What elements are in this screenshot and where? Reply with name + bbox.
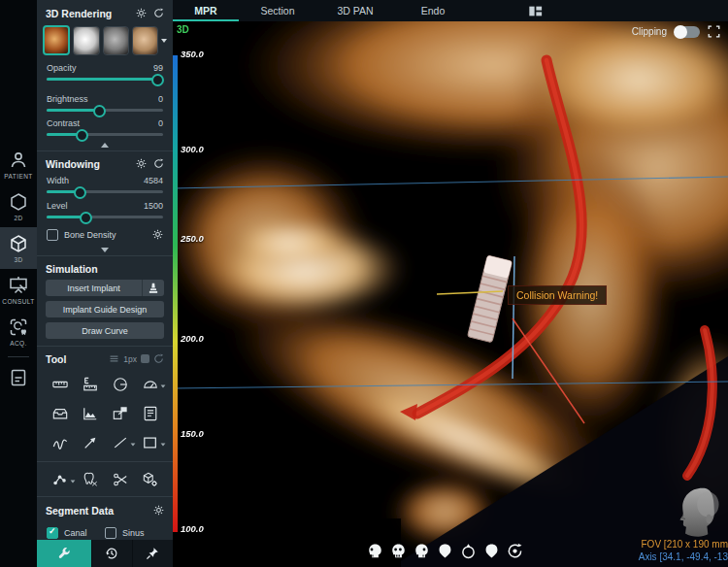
- brightness-slider[interactable]: [47, 109, 163, 112]
- scale-tick-label: 200.0: [181, 333, 204, 344]
- scale-tick-label: 150.0: [181, 428, 204, 439]
- sidebar-item-label: 2D: [14, 215, 22, 221]
- scissors-icon: [113, 472, 128, 487]
- view-reset-rotation-button[interactable]: [507, 543, 523, 559]
- sidebar-item-patient[interactable]: PATIENT: [0, 144, 37, 185]
- implant-picker-button[interactable]: [142, 280, 164, 296]
- segment-section-header: Segment Data: [37, 503, 173, 517]
- rendering-settings-gear-icon[interactable]: [136, 8, 147, 18]
- head-bottom-icon: [483, 543, 500, 559]
- window-level-slider[interactable]: [47, 216, 163, 218]
- bone-density-gear-icon[interactable]: [152, 229, 163, 240]
- fullscreen-button[interactable]: [708, 25, 720, 38]
- tool-angle-button[interactable]: [135, 375, 165, 393]
- sidebar-item-acq[interactable]: ACQ.: [0, 311, 37, 352]
- brightness-row: Brightness 0: [37, 93, 173, 104]
- tool-line-button[interactable]: [105, 433, 135, 451]
- brightness-label: Brightness: [47, 94, 88, 104]
- caret-down-icon: [101, 248, 109, 252]
- tool-rectangle-button[interactable]: [135, 433, 165, 451]
- tab-mpr[interactable]: MPR: [173, 0, 239, 21]
- rotate-reset-icon: [507, 543, 523, 559]
- layout-grid-icon: [528, 4, 543, 18]
- windowing-reset-icon[interactable]: [153, 158, 164, 169]
- segment-settings-gear-icon[interactable]: [153, 505, 164, 516]
- implant-icon: [148, 283, 159, 294]
- view-inferior-button[interactable]: [483, 543, 500, 559]
- tool-tooth-segmentation-button[interactable]: [75, 470, 105, 488]
- line-style-icon[interactable]: [109, 353, 119, 364]
- render-preset-gray[interactable]: [103, 26, 129, 55]
- tool-profile-button[interactable]: [75, 404, 105, 422]
- skull-volume-rendering: [173, 21, 728, 567]
- draw-curve-button[interactable]: Draw Curve: [46, 322, 164, 339]
- view-superior-button[interactable]: [460, 543, 477, 559]
- pin-panel-button[interactable]: [132, 540, 173, 567]
- sinus-checkbox[interactable]: Sinus: [105, 527, 145, 539]
- tool-annotation-button[interactable]: [105, 404, 135, 422]
- windowing-settings-gear-icon[interactable]: [136, 158, 147, 169]
- tool-freehand-button[interactable]: [45, 433, 75, 451]
- opacity-slider[interactable]: [47, 78, 163, 81]
- 3d-render-viewport[interactable]: 3D Clipping 350.0 300.0 250.0 200.0 150.…: [173, 21, 728, 567]
- rendering-reset-icon[interactable]: [153, 8, 164, 18]
- sidebar-item-label: ACQ.: [10, 340, 27, 347]
- tab-3d-pan[interactable]: 3D PAN: [316, 0, 394, 21]
- dental-3d-viewer-window: { "tabs": {"items": [{"label": "MPR"}, {…: [0, 0, 728, 567]
- view-left-lateral-button[interactable]: [367, 543, 383, 559]
- clipping-control: Clipping: [632, 25, 720, 38]
- bone-density-checkbox[interactable]: Bone Density: [47, 229, 116, 241]
- view-right-lateral-button[interactable]: [414, 543, 430, 559]
- render-preset-bone-white[interactable]: [73, 26, 99, 55]
- view-posterior-button[interactable]: [437, 543, 453, 559]
- window-width-label: Width: [47, 176, 69, 185]
- section-divider: [37, 496, 173, 497]
- orientation-head-indicator[interactable]: [672, 484, 726, 540]
- render-preset-color[interactable]: [43, 25, 70, 55]
- layout-selector-button[interactable]: [528, 0, 543, 21]
- wrench-icon: [57, 547, 71, 560]
- tool-arrow-button[interactable]: [75, 433, 105, 451]
- sidebar-item-2d[interactable]: 2D: [0, 185, 37, 227]
- clipping-toggle[interactable]: [675, 26, 700, 38]
- color-swatch-icon[interactable]: [141, 354, 149, 363]
- tool-section-header: Tool 1px: [37, 351, 173, 366]
- simulation-section-header: Simulation: [37, 261, 173, 276]
- cube-gear-icon: [143, 472, 158, 487]
- tools-tab-button[interactable]: [37, 540, 91, 567]
- view-frontal-button[interactable]: [390, 543, 407, 559]
- render-preset-row: [37, 25, 173, 55]
- skull-left-icon: [367, 543, 383, 559]
- sidebar-item-report[interactable]: [0, 361, 37, 393]
- implant-guide-design-button[interactable]: Implant Guide Design: [46, 301, 164, 317]
- render-preset-skin[interactable]: [132, 26, 158, 55]
- tool-calibrated-ruler-button[interactable]: [75, 375, 105, 393]
- tool-nerve-path-button[interactable]: [45, 470, 75, 488]
- tool-reset-icon[interactable]: [153, 353, 164, 364]
- window-width-slider[interactable]: [47, 190, 163, 193]
- sidebar-item-3d[interactable]: 3D: [0, 227, 37, 269]
- tab-endo[interactable]: Endo: [394, 0, 472, 21]
- windowing-collapse-button[interactable]: [37, 245, 173, 255]
- caret-up-icon: [101, 143, 109, 148]
- contrast-slider[interactable]: [47, 133, 163, 136]
- preset-dropdown-caret-icon[interactable]: [161, 39, 167, 43]
- tool-sculpt-cut-button[interactable]: [105, 470, 135, 488]
- section-divider: [37, 255, 173, 256]
- freehand-curve-icon: [52, 435, 68, 450]
- tab-section[interactable]: Section: [239, 0, 316, 21]
- tool-volume-settings-button[interactable]: [135, 470, 165, 488]
- tooth-cut-icon: [83, 472, 98, 487]
- annotation-icon: [113, 406, 128, 421]
- rendering-collapse-button[interactable]: [37, 140, 173, 150]
- scale-tick-label: 350.0: [181, 49, 204, 59]
- tool-ruler-button[interactable]: [45, 375, 75, 393]
- tool-memo-button[interactable]: [135, 404, 165, 422]
- sidebar-item-consult[interactable]: CONSULT: [0, 269, 37, 311]
- canal-label: Canal: [64, 528, 87, 538]
- tool-capture-button[interactable]: [45, 404, 75, 422]
- history-tab-button[interactable]: [91, 540, 132, 567]
- tool-diameter-button[interactable]: [105, 375, 135, 393]
- insert-implant-button[interactable]: Insert Implant: [46, 280, 164, 296]
- canal-checkbox[interactable]: Canal: [47, 527, 87, 539]
